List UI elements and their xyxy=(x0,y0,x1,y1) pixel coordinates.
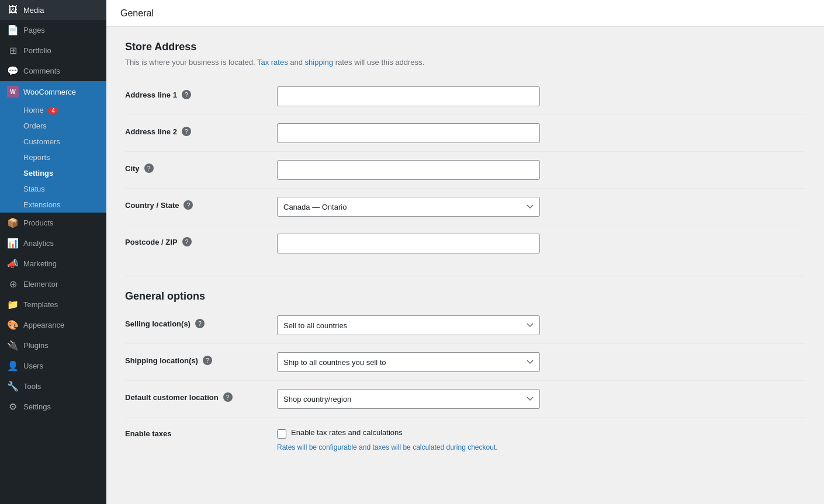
enable-taxes-checkbox-label[interactable]: Enable tax rates and calculations xyxy=(291,428,403,437)
country-state-row: Country / State ? Canada — Ontario Unite… xyxy=(125,189,805,225)
sidebar-item-pages[interactable]: 📄 Pages xyxy=(0,20,106,40)
postcode-row: Postcode / ZIP ? xyxy=(125,225,805,262)
default-customer-location-label: Default customer location xyxy=(125,393,219,402)
sidebar-item-status[interactable]: Status xyxy=(0,181,106,197)
sidebar-item-label: Plugins xyxy=(23,341,49,350)
default-customer-location-select[interactable]: Shop country/region Geolocate No locatio… xyxy=(277,389,540,409)
address2-input[interactable] xyxy=(277,123,540,143)
sidebar-item-portfolio[interactable]: ⊞ Portfolio xyxy=(0,40,106,61)
country-state-label: Country / State xyxy=(125,201,179,210)
sidebar-item-plugins[interactable]: 🔌 Plugins xyxy=(0,335,106,356)
shipping-locations-row: Shipping location(s) ? Ship to all count… xyxy=(125,344,805,381)
postcode-help-icon[interactable]: ? xyxy=(182,237,192,246)
city-input[interactable] xyxy=(277,160,540,180)
enable-taxes-checkbox[interactable] xyxy=(277,429,286,439)
general-options-section: General options Selling location(s) ? Se… xyxy=(125,290,805,460)
postcode-input[interactable] xyxy=(277,234,540,253)
desc-rates: rates will use this address. xyxy=(335,58,424,67)
default-customer-location-row: Default customer location ? Shop country… xyxy=(125,381,805,418)
sidebar-item-tools[interactable]: 🔧 Tools xyxy=(0,376,106,397)
address2-label: Address line 2 xyxy=(125,127,177,136)
section-divider xyxy=(125,276,805,276)
tax-rates-link[interactable]: Tax rates xyxy=(257,58,288,67)
sidebar-item-label: Tools xyxy=(23,382,41,391)
sidebar-item-label: Analytics xyxy=(23,239,54,248)
home-badge: 4 xyxy=(48,107,58,114)
elementor-icon: ⊕ xyxy=(7,279,19,290)
sidebar-item-settings[interactable]: Settings xyxy=(0,165,106,181)
settings-main-icon: ⚙ xyxy=(7,401,19,412)
store-address-desc: This is where your business is located. … xyxy=(125,58,805,67)
sidebar-item-label: Marketing xyxy=(23,259,57,268)
sidebar-item-woocommerce[interactable]: W WooCommerce xyxy=(0,81,106,102)
sidebar-item-extensions[interactable]: Extensions xyxy=(0,197,106,213)
selling-locations-help-icon[interactable]: ? xyxy=(195,319,205,328)
page-header: General xyxy=(106,0,824,27)
users-icon: 👤 xyxy=(7,360,19,371)
address1-row: Address line 1 ? xyxy=(125,78,805,115)
address2-help-icon[interactable]: ? xyxy=(182,127,191,136)
selling-locations-label: Selling location(s) xyxy=(125,319,191,328)
sidebar-item-media[interactable]: 🖼 Media xyxy=(0,0,106,20)
enable-taxes-label: Enable taxes xyxy=(125,429,172,438)
sidebar-item-appearance[interactable]: 🎨 Appearance xyxy=(0,315,106,335)
woocommerce-submenu: Home 4 Orders Customers Reports Settings… xyxy=(0,102,106,213)
sidebar-item-label: Comments xyxy=(23,67,60,75)
marketing-icon: 📣 xyxy=(7,258,19,269)
pages-icon: 📄 xyxy=(7,25,19,36)
enable-taxes-desc: Rates will be configurable and taxes wil… xyxy=(277,443,805,451)
sidebar-item-customers[interactable]: Customers xyxy=(0,134,106,150)
sidebar-item-comments[interactable]: 💬 Comments xyxy=(0,61,106,81)
sidebar-item-marketing[interactable]: 📣 Marketing xyxy=(0,253,106,274)
desc-and: and xyxy=(290,58,304,67)
sidebar-item-users[interactable]: 👤 Users xyxy=(0,356,106,376)
shipping-locations-help-icon[interactable]: ? xyxy=(203,356,212,365)
content-area: Store Address This is where your busines… xyxy=(106,27,824,504)
sidebar-item-label: Templates xyxy=(23,300,58,309)
sidebar-item-label: Pages xyxy=(23,26,45,34)
country-state-select[interactable]: Canada — Ontario United States — Alabama xyxy=(277,197,540,217)
selling-locations-select[interactable]: Sell to all countries Sell to specific c… xyxy=(277,315,540,335)
default-customer-location-help-icon[interactable]: ? xyxy=(223,392,233,402)
address1-input[interactable] xyxy=(277,86,540,106)
templates-icon: 📁 xyxy=(7,299,19,310)
page-title: General xyxy=(120,8,154,19)
sidebar-item-elementor[interactable]: ⊕ Elementor xyxy=(0,274,106,294)
enable-taxes-checkbox-row: Enable tax rates and calculations xyxy=(277,426,805,441)
store-address-section: Store Address This is where your busines… xyxy=(125,41,805,262)
media-icon: 🖼 xyxy=(7,5,19,15)
postcode-label: Postcode / ZIP xyxy=(125,238,178,246)
country-state-help-icon[interactable]: ? xyxy=(184,200,193,210)
woocommerce-icon: W xyxy=(7,86,19,98)
sidebar-item-analytics[interactable]: 📊 Analytics xyxy=(0,233,106,253)
sidebar-item-label: Portfolio xyxy=(23,46,51,55)
sidebar-item-settings-main[interactable]: ⚙ Settings xyxy=(0,397,106,417)
plugins-icon: 🔌 xyxy=(7,340,19,351)
sidebar: 🖼 Media 📄 Pages ⊞ Portfolio 💬 Comments W… xyxy=(0,0,106,504)
store-address-title: Store Address xyxy=(125,41,805,53)
products-icon: 📦 xyxy=(7,217,19,228)
sidebar-item-orders[interactable]: Orders xyxy=(0,118,106,134)
shipping-locations-select[interactable]: Ship to all countries you sell to Ship t… xyxy=(277,352,540,372)
city-label: City xyxy=(125,164,140,173)
general-options-title: General options xyxy=(125,290,805,303)
sidebar-item-label: Settings xyxy=(23,402,51,411)
sidebar-item-label: Products xyxy=(23,218,53,227)
address2-row: Address line 2 ? xyxy=(125,115,805,152)
address1-help-icon[interactable]: ? xyxy=(182,90,191,99)
sidebar-item-home[interactable]: Home 4 xyxy=(0,102,106,118)
sidebar-item-label: Media xyxy=(23,6,44,15)
tools-icon: 🔧 xyxy=(7,381,19,392)
sidebar-item-label: Users xyxy=(23,362,43,370)
city-row: City ? xyxy=(125,152,805,189)
sidebar-item-label: Appearance xyxy=(23,321,64,329)
sidebar-item-products[interactable]: 📦 Products xyxy=(0,213,106,233)
sidebar-item-reports[interactable]: Reports xyxy=(0,150,106,165)
shipping-link[interactable]: shipping xyxy=(305,58,333,67)
address1-label: Address line 1 xyxy=(125,91,177,99)
analytics-icon: 📊 xyxy=(7,238,19,249)
city-help-icon[interactable]: ? xyxy=(144,164,154,173)
selling-locations-row: Selling location(s) ? Sell to all countr… xyxy=(125,307,805,344)
desc-text: This is where your business is located. xyxy=(125,58,257,67)
sidebar-item-templates[interactable]: 📁 Templates xyxy=(0,294,106,315)
